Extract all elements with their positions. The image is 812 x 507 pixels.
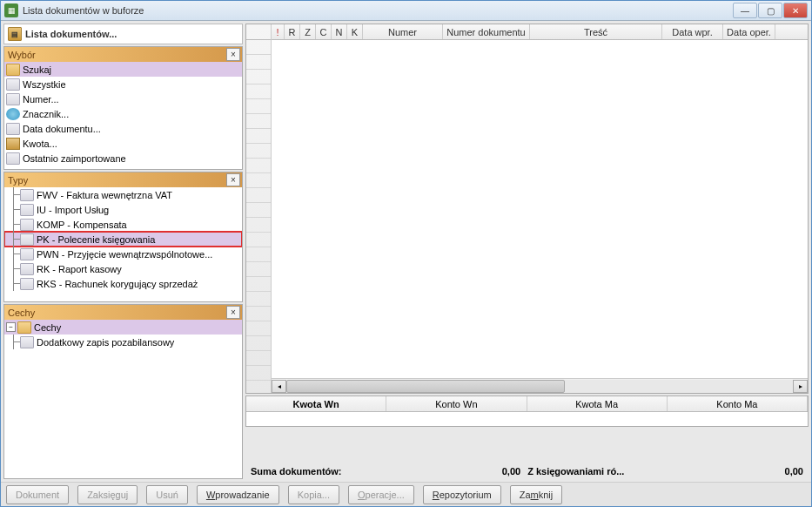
row-header-cell (246, 173, 271, 188)
cechy-child-label: Dodatkowy zapis pozabilansowy (37, 337, 174, 348)
tree-line-icon (6, 232, 20, 247)
typy-item[interactable]: FWV - Faktura wewnętrzna VAT (4, 187, 242, 202)
tree-line-icon (6, 187, 20, 202)
spacer (245, 429, 809, 462)
scroll-thumb[interactable] (286, 380, 565, 393)
header-icon: ▤ (8, 27, 22, 41)
typy-item-label: KOMP - Kompensata (37, 220, 127, 230)
row-header-cell (246, 24, 271, 40)
row-header-cell (246, 55, 271, 70)
details-column-header[interactable]: Konto Ma (668, 396, 808, 411)
details-grid: Kwota WnKonto WnKwota MaKonto Ma (245, 395, 809, 427)
column-header[interactable]: Numer (363, 24, 443, 39)
typy-close-icon[interactable]: × (226, 173, 240, 186)
column-header[interactable]: K (347, 24, 363, 39)
wybor-item[interactable]: Kwota... (4, 136, 242, 151)
cechy-child-item[interactable]: Dodatkowy zapis pozabilansowy (4, 335, 242, 349)
expand-icon[interactable]: − (6, 322, 16, 332)
column-header[interactable]: Treść (530, 24, 662, 39)
doc-icon (20, 204, 34, 216)
row-header-cell (246, 40, 271, 55)
column-headers: !RZCNKNumerNumer dokumentuTreśćData wpr.… (272, 24, 808, 40)
row-header-cell (246, 159, 271, 173)
tree-line-icon (6, 217, 20, 232)
typy-item[interactable]: PK - Polecenie księgowania (4, 232, 242, 247)
scroll-left-button[interactable]: ◂ (272, 380, 286, 393)
doc-icon (20, 278, 34, 290)
wybor-item-label: Szukaj (23, 64, 51, 75)
column-header[interactable]: Data wpr. (662, 24, 723, 39)
wybor-header: Wybór × (4, 47, 242, 62)
row-header-cell (246, 70, 271, 84)
doc-icon (20, 189, 34, 201)
wybor-item[interactable]: Znacznik... (4, 106, 242, 121)
usun-button[interactable]: Usuń (146, 485, 188, 504)
scroll-track[interactable] (286, 380, 793, 393)
search-icon (6, 64, 20, 76)
typy-title: Typy (8, 175, 226, 186)
column-header[interactable]: C (316, 24, 332, 39)
details-column-header[interactable]: Kwota Wn (246, 396, 386, 411)
summary-value-2: 0,00 (785, 466, 803, 477)
grid-body (272, 40, 808, 378)
row-header-cell (246, 307, 271, 321)
row-header-cell (246, 114, 271, 129)
zamknij-button[interactable]: Zamknij (510, 485, 563, 504)
typy-item-label: PK - Polecenie księgowania (37, 234, 155, 245)
doc-icon (6, 78, 20, 91)
cechy-title: Cechy (8, 308, 226, 318)
wybor-item[interactable]: Wszystkie (4, 77, 242, 91)
typy-item[interactable]: IU - Import Usług (4, 202, 242, 217)
cechy-close-icon[interactable]: × (226, 306, 240, 319)
row-header-cell (246, 292, 271, 307)
typy-item-label: PWN - Przyjęcie wewnątrzwspólnotowe... (37, 249, 212, 260)
doc-icon (6, 93, 20, 105)
row-header-cell (246, 262, 271, 277)
tree-line-icon (6, 247, 20, 261)
column-header[interactable]: N (332, 24, 347, 39)
dokument-button[interactable]: Dokument (6, 485, 69, 504)
details-column-header[interactable]: Kwota Ma (527, 396, 668, 411)
column-header[interactable]: Data oper. (723, 24, 775, 39)
typy-item-label: FWV - Faktura wewnętrzna VAT (37, 190, 172, 200)
column-header[interactable]: R (285, 24, 300, 39)
wybor-item[interactable]: Ostatnio zaimportowane (4, 151, 242, 166)
wybor-item[interactable]: Data dokumentu... (4, 121, 242, 136)
close-button[interactable]: ✕ (783, 3, 808, 18)
kopia-button[interactable]: Kopia... (288, 485, 339, 504)
doc-icon (20, 248, 34, 260)
column-header[interactable]: ! (272, 24, 285, 39)
typy-item-label: IU - Import Usług (37, 205, 109, 215)
wybor-close-icon[interactable]: × (226, 48, 240, 61)
wybor-item-label: Numer... (23, 94, 59, 105)
wybor-item-label: Ostatnio zaimportowane (23, 153, 126, 164)
row-header-cell (246, 84, 271, 99)
zaksieguj-button[interactable]: Zaksięguj (77, 485, 138, 504)
maximize-button[interactable]: ▢ (758, 3, 782, 18)
row-header-cell (246, 188, 271, 203)
typy-item[interactable]: PWN - Przyjęcie wewnątrzwspólnotowe... (4, 247, 242, 261)
typy-item[interactable]: KOMP - Kompensata (4, 217, 242, 232)
tree-line-icon (6, 276, 20, 291)
wybor-item[interactable]: Numer... (4, 91, 242, 106)
typy-item[interactable]: RKS - Rachunek korygujący sprzedaż (4, 276, 242, 291)
repozytorium-button[interactable]: Repozytorium (423, 485, 501, 504)
column-header[interactable]: Z (300, 24, 316, 39)
doc-icon (20, 219, 34, 231)
wybor-item-label: Kwota... (23, 139, 57, 149)
scroll-right-button[interactable]: ▸ (793, 380, 808, 393)
minimize-button[interactable]: — (733, 3, 757, 18)
column-header[interactable]: Numer dokumentu (443, 24, 530, 39)
operacje-button[interactable]: Operacje... (348, 485, 414, 504)
cechy-root-item[interactable]: − Cechy (4, 320, 242, 335)
wybor-item-label: Wszystkie (23, 79, 66, 90)
wybor-item[interactable]: Szukaj (4, 62, 242, 77)
wprowadzanie-button[interactable]: Wprowadzanie (197, 485, 279, 504)
app-icon: ▦ (4, 3, 18, 17)
doc-icon (20, 233, 34, 246)
details-body (246, 412, 808, 426)
details-column-header[interactable]: Konto Wn (386, 396, 527, 411)
typy-item[interactable]: RK - Raport kasowy (4, 261, 242, 276)
row-header-cell (246, 321, 271, 336)
row-header-cell (246, 218, 271, 233)
